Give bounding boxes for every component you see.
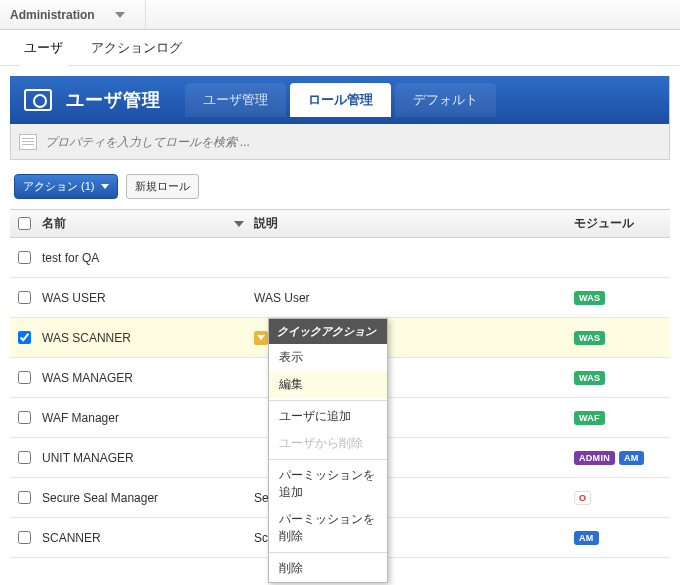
tab-actionlog[interactable]: アクションログ xyxy=(87,31,186,65)
col-header-name-label: 名前 xyxy=(42,215,66,232)
row-name: WAS MANAGER xyxy=(38,371,254,385)
ptab-role-mgmt[interactable]: ロール管理 xyxy=(290,83,391,117)
row-checkbox[interactable] xyxy=(18,291,31,304)
row-modules: WAF xyxy=(574,411,670,425)
row-checkbox[interactable] xyxy=(18,491,31,504)
col-header-desc[interactable]: 説明 xyxy=(254,215,574,232)
roles-table: 名前 説明 モジュール test for QAWAS USERWAS UserW… xyxy=(10,209,670,558)
context-menu-item[interactable]: 削除 xyxy=(269,555,387,582)
module-badge: AM xyxy=(619,451,644,465)
filter-icon[interactable] xyxy=(19,134,37,150)
table-row[interactable]: test for QA xyxy=(10,238,670,278)
row-checkbox-cell xyxy=(10,371,38,384)
context-menu-separator xyxy=(269,459,387,460)
search-row xyxy=(10,124,670,160)
row-desc-text: WAS User xyxy=(254,291,310,305)
row-checkbox[interactable] xyxy=(18,251,31,264)
context-menu-item[interactable]: 編集 xyxy=(269,371,387,398)
panel-header: ユーザ管理 ユーザ管理 ロール管理 デフォルト xyxy=(10,76,670,124)
row-modules: WAS xyxy=(574,371,670,385)
actions-button-label: アクション (1) xyxy=(23,179,95,194)
module-badge: ADMIN xyxy=(574,451,615,465)
col-header-name[interactable]: 名前 xyxy=(38,215,254,232)
module-badge: O xyxy=(574,491,591,505)
select-all-cell xyxy=(10,217,38,230)
subnav: ユーザ アクションログ xyxy=(0,30,680,66)
module-badge: WAS xyxy=(574,331,605,345)
panel-title: ユーザ管理 xyxy=(66,88,161,112)
context-menu-item[interactable]: ユーザに追加 xyxy=(269,403,387,430)
row-checkbox-cell xyxy=(10,531,38,544)
table-row[interactable]: WAS USERWAS UserWAS xyxy=(10,278,670,318)
row-name: test for QA xyxy=(38,251,254,265)
ptab-defaults[interactable]: デフォルト xyxy=(395,83,496,117)
row-actions-toggle[interactable] xyxy=(254,331,268,345)
context-menu-separator xyxy=(269,400,387,401)
row-name: UNIT MANAGER xyxy=(38,451,254,465)
context-menu-separator xyxy=(269,552,387,553)
row-checkbox[interactable] xyxy=(18,411,31,424)
context-menu-item[interactable]: パーミッションを削除 xyxy=(269,506,387,550)
row-checkbox[interactable] xyxy=(18,451,31,464)
row-modules: O xyxy=(574,491,670,505)
panel: ユーザ管理 ユーザ管理 ロール管理 デフォルト アクション (1) 新規ロール … xyxy=(0,66,680,558)
row-modules: AM xyxy=(574,531,670,545)
table-row[interactable]: WAS SCANNERWASクイックアクション表示編集ユーザに追加ユーザから削除… xyxy=(10,318,670,358)
row-desc: WAS User xyxy=(254,291,574,305)
module-badge: WAS xyxy=(574,371,605,385)
row-modules: WAS xyxy=(574,291,670,305)
sort-arrow-icon xyxy=(234,221,244,227)
row-checkbox-cell xyxy=(10,251,38,264)
context-menu-item[interactable]: 表示 xyxy=(269,344,387,371)
row-name: SCANNER xyxy=(38,531,254,545)
select-all-checkbox[interactable] xyxy=(18,217,31,230)
row-checkbox-cell xyxy=(10,451,38,464)
row-checkbox-cell xyxy=(10,331,38,344)
context-menu-item[interactable]: パーミッションを追加 xyxy=(269,462,387,506)
actions-row: アクション (1) 新規ロール xyxy=(10,160,670,209)
row-name: Secure Seal Manager xyxy=(38,491,254,505)
chevron-down-icon xyxy=(101,184,109,189)
row-checkbox-cell xyxy=(10,411,38,424)
row-checkbox-cell xyxy=(10,491,38,504)
user-management-icon xyxy=(24,89,52,111)
row-name: WAF Manager xyxy=(38,411,254,425)
module-badge: WAS xyxy=(574,291,605,305)
top-menu-label: Administration xyxy=(10,8,95,22)
context-menu-item: ユーザから削除 xyxy=(269,430,387,457)
context-menu: クイックアクション表示編集ユーザに追加ユーザから削除パーミッションを追加パーミッ… xyxy=(268,318,388,583)
row-modules: WAS xyxy=(574,331,670,345)
table-header: 名前 説明 モジュール xyxy=(10,210,670,238)
ptab-user-mgmt[interactable]: ユーザ管理 xyxy=(185,83,286,117)
chevron-down-icon xyxy=(115,12,125,18)
new-role-button[interactable]: 新規ロール xyxy=(126,174,199,199)
module-badge: WAF xyxy=(574,411,605,425)
row-modules: ADMINAM xyxy=(574,451,670,465)
row-name: WAS USER xyxy=(38,291,254,305)
table-body: test for QAWAS USERWAS UserWASWAS SCANNE… xyxy=(10,238,670,558)
row-name: WAS SCANNER xyxy=(38,331,254,345)
module-badge: AM xyxy=(574,531,599,545)
tab-user[interactable]: ユーザ xyxy=(20,31,67,65)
col-header-module[interactable]: モジュール xyxy=(574,215,670,232)
search-input[interactable] xyxy=(45,135,661,149)
topbar: Administration xyxy=(0,0,680,30)
row-checkbox[interactable] xyxy=(18,371,31,384)
row-checkbox[interactable] xyxy=(18,531,31,544)
top-menu-administration[interactable]: Administration xyxy=(10,0,146,29)
row-checkbox-cell xyxy=(10,291,38,304)
row-checkbox[interactable] xyxy=(18,331,31,344)
actions-button[interactable]: アクション (1) xyxy=(14,174,118,199)
panel-tabs: ユーザ管理 ロール管理 デフォルト xyxy=(185,83,500,117)
context-menu-header: クイックアクション xyxy=(269,319,387,344)
